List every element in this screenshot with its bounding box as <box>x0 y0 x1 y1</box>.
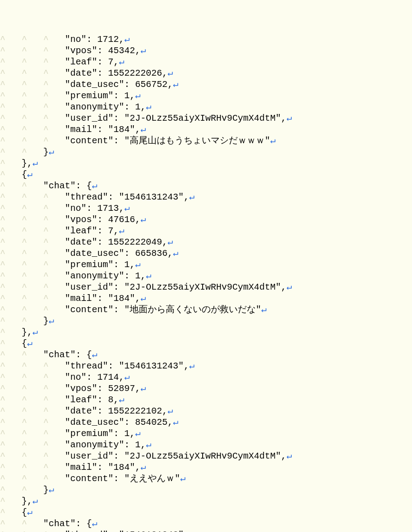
code-text: "anonymity": 1, <box>65 102 146 112</box>
indent-whitespace: ^ ^ ^ <box>0 79 65 90</box>
code-text: "chat": { <box>43 350 92 360</box>
code-text: "vpos": 47616, <box>65 214 140 225</box>
code-text: "vpos": 52897, <box>65 383 140 394</box>
indent-whitespace: ^ ^ ^ <box>0 530 65 532</box>
crlf-icon: ↵ <box>286 113 292 123</box>
code-line: ^ ^ "chat": {↵ <box>0 180 412 191</box>
indent-whitespace: ^ ^ <box>0 485 43 495</box>
code-line: ^ ^ "chat": {↵ <box>0 518 412 529</box>
indent-whitespace: ^ ^ ^ <box>0 34 65 45</box>
crlf-icon: ↵ <box>124 372 130 382</box>
crlf-icon: ↵ <box>92 518 97 529</box>
code-text: "date": 1552222026, <box>65 68 168 78</box>
crlf-icon: ↵ <box>140 293 146 304</box>
code-text: "user_id": "2J-OLzz55aiyXIwRHv9CymX4dtM"… <box>65 451 286 461</box>
code-text: "date_usec": 656752, <box>65 79 173 90</box>
indent-whitespace: ^ ^ ^ <box>0 259 65 270</box>
code-text: "no": 1713, <box>65 203 124 214</box>
code-text: "no": 1714, <box>65 372 124 382</box>
code-line: ^ ^ ^ "content": "高尾山はもうちょいマシだｗｗｗ"↵ <box>0 135 412 146</box>
crlf-icon: ↵ <box>32 496 38 506</box>
crlf-icon: ↵ <box>189 530 195 532</box>
code-text: "content": "地面から高くないのが救いだな" <box>65 305 261 315</box>
code-line: ^ ^ ^ "premium": 1,↵ <box>0 428 412 439</box>
code-line: ^ },↵ <box>0 496 412 507</box>
indent-whitespace: ^ ^ ^ <box>0 406 65 416</box>
code-line: ^ ^ ^ "date_usec": 854025,↵ <box>0 417 412 428</box>
code-line: ^ ^ ^ "no": 1713,↵ <box>0 203 412 214</box>
indent-whitespace: ^ ^ <box>0 181 43 191</box>
code-line: ^ {↵ <box>0 338 412 349</box>
indent-whitespace: ^ ^ ^ <box>0 473 65 484</box>
code-line: ^ ^ }↵ <box>0 146 412 158</box>
indent-whitespace: ^ ^ ^ <box>0 203 65 214</box>
code-line: ^ ^ ^ "mail": "184",↵ <box>0 462 412 473</box>
indent-whitespace: ^ ^ ^ <box>0 192 65 202</box>
indent-whitespace: ^ ^ ^ <box>0 417 65 427</box>
code-line: ^ ^ ^ "content": "地面から高くないのが救いだな"↵ <box>0 304 412 315</box>
crlf-icon: ↵ <box>146 440 151 450</box>
code-text: "no": 1712, <box>65 34 124 45</box>
code-line: ^ {↵ <box>0 507 412 518</box>
crlf-icon: ↵ <box>189 192 195 202</box>
code-text: "anonymity": 1, <box>65 271 146 281</box>
crlf-icon: ↵ <box>140 124 146 135</box>
crlf-icon: ↵ <box>180 473 186 484</box>
code-line: ^ ^ ^ "no": 1712,↵ <box>0 34 412 45</box>
crlf-icon: ↵ <box>27 169 32 180</box>
code-text: "leaf": 7, <box>65 57 119 67</box>
code-line: ^ ^ "chat": {↵ <box>0 349 412 360</box>
crlf-icon: ↵ <box>173 417 178 427</box>
code-text: "date_usec": 854025, <box>65 417 173 427</box>
indent-whitespace: ^ ^ ^ <box>0 248 65 259</box>
crlf-icon: ↵ <box>32 327 38 337</box>
code-line: ^ ^ ^ "date_usec": 665836,↵ <box>0 248 412 259</box>
code-line: ^ ^ ^ "leaf": 7,↵ <box>0 56 412 68</box>
indent-whitespace: ^ <box>0 507 22 518</box>
code-line: ^ ^ ^ "date": 1552222026,↵ <box>0 68 412 79</box>
code-text: "leaf": 7, <box>65 226 119 236</box>
crlf-icon: ↵ <box>119 57 124 67</box>
code-text: } <box>43 147 49 157</box>
crlf-icon: ↵ <box>49 147 54 157</box>
indent-whitespace: ^ ^ <box>0 350 43 360</box>
crlf-icon: ↵ <box>286 282 292 292</box>
crlf-icon: ↵ <box>168 68 173 78</box>
code-line: ^ ^ ^ "thread": "1546131243",↵ <box>0 191 412 203</box>
crlf-icon: ↵ <box>49 485 54 495</box>
crlf-icon: ↵ <box>124 203 130 214</box>
code-line: ^ ^ ^ "date": 1552222049,↵ <box>0 236 412 248</box>
crlf-icon: ↵ <box>286 451 292 461</box>
indent-whitespace: ^ <box>0 169 22 180</box>
indent-whitespace: ^ ^ <box>0 147 43 157</box>
crlf-icon: ↵ <box>27 507 32 518</box>
indent-whitespace: ^ ^ ^ <box>0 91 65 101</box>
code-text: { <box>22 507 27 518</box>
crlf-icon: ↵ <box>173 79 178 90</box>
crlf-icon: ↵ <box>140 45 146 56</box>
indent-whitespace: ^ ^ ^ <box>0 293 65 304</box>
indent-whitespace: ^ ^ ^ <box>0 428 65 439</box>
code-text: }, <box>22 158 32 168</box>
code-text: { <box>22 338 27 349</box>
code-line: ^ ^ ^ "user_id": "2J-OLzz55aiyXIwRHv9Cym… <box>0 450 412 462</box>
crlf-icon: ↵ <box>92 350 97 360</box>
indent-whitespace: ^ ^ ^ <box>0 226 65 236</box>
crlf-icon: ↵ <box>49 316 54 326</box>
indent-whitespace: ^ ^ ^ <box>0 102 65 112</box>
code-line: ^ ^ ^ "leaf": 8,↵ <box>0 394 412 405</box>
indent-whitespace: ^ ^ ^ <box>0 462 65 473</box>
crlf-icon: ↵ <box>92 181 97 191</box>
indent-whitespace: ^ ^ ^ <box>0 305 65 315</box>
crlf-icon: ↵ <box>119 226 124 236</box>
crlf-icon: ↵ <box>140 462 146 473</box>
code-line: ^ ^ ^ "mail": "184",↵ <box>0 293 412 304</box>
code-line: ^ ^ }↵ <box>0 484 412 496</box>
code-text: "thread": "1546131243", <box>65 361 189 371</box>
crlf-icon: ↵ <box>261 305 267 315</box>
code-line: ^ ^ ^ "date": 1552222102,↵ <box>0 405 412 417</box>
crlf-icon: ↵ <box>146 102 151 112</box>
crlf-icon: ↵ <box>135 91 140 101</box>
code-line: ^ ^ ^ "anonymity": 1,↵ <box>0 101 412 113</box>
indent-whitespace: ^ ^ ^ <box>0 214 65 225</box>
